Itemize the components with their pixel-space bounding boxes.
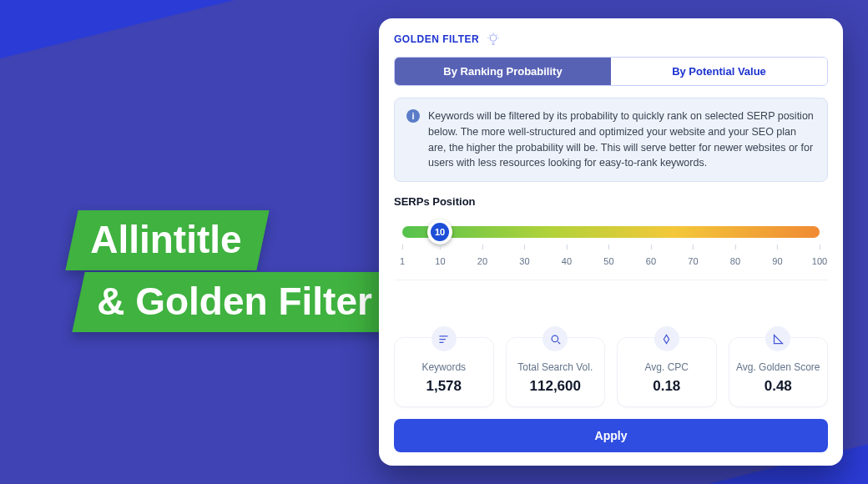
- tick-label: 80: [730, 256, 740, 266]
- info-icon: i: [406, 109, 420, 123]
- metric-avg-cpc: Avg. CPC 0.18: [617, 337, 717, 407]
- svg-point-0: [491, 35, 497, 42]
- tick-label: 70: [688, 256, 698, 266]
- filter-tabs: By Ranking Probability By Potential Valu…: [394, 57, 828, 86]
- svg-point-1: [552, 335, 558, 342]
- tick-label: 10: [435, 256, 445, 266]
- cpc-icon: [654, 326, 679, 351]
- overlay-title-line1-text: Allintitle: [90, 217, 241, 262]
- serps-slider[interactable]: 10 1 10 20 30 40 50 60 70 80 90 100: [394, 218, 828, 271]
- metric-search-volume: Total Search Vol. 112,600: [506, 337, 606, 407]
- overlay-title-line1: Allintitle: [65, 210, 270, 270]
- info-box: i Keywords will be filtered by its proba…: [394, 98, 828, 182]
- lightbulb-icon: [486, 32, 501, 47]
- tick-label: 100: [812, 256, 827, 266]
- metric-value: 112,600: [513, 378, 598, 395]
- tab-potential-value[interactable]: By Potential Value: [611, 58, 827, 85]
- metric-value: 1,578: [401, 378, 487, 395]
- slider-knob[interactable]: 10: [427, 219, 452, 245]
- panel-title-row: GOLDEN FILTER: [394, 32, 828, 47]
- tick-label: 50: [603, 256, 613, 266]
- golden-filter-panel: GOLDEN FILTER By Ranking Probability By …: [379, 18, 843, 466]
- metric-label: Keywords: [401, 361, 487, 373]
- tab-ranking-probability[interactable]: By Ranking Probability: [395, 58, 611, 85]
- slider-value: 10: [435, 227, 445, 237]
- metric-value: 0.48: [736, 378, 821, 395]
- tick-label: 1: [400, 256, 405, 266]
- tick-label: 60: [646, 256, 656, 266]
- metrics-row: Keywords 1,578 Total Search Vol. 112,600…: [394, 337, 828, 407]
- apply-button[interactable]: Apply: [394, 419, 828, 452]
- golden-score-icon: [765, 326, 790, 351]
- serps-position-label: SERPs Position: [394, 195, 828, 208]
- metric-label: Avg. Golden Score: [736, 361, 821, 373]
- metric-label: Avg. CPC: [624, 361, 709, 373]
- stage: Allintitle & Golden Filter (Part 2) GOLD…: [0, 0, 868, 484]
- tick-label: 30: [519, 256, 529, 266]
- divider: [394, 280, 828, 280]
- tick-label: 40: [562, 256, 572, 266]
- tick-label: 90: [772, 256, 782, 266]
- info-text: Keywords will be filtered by its probabi…: [428, 108, 815, 171]
- search-volume-icon: [542, 326, 568, 351]
- slider-ticks: 1 10 20 30 40 50 60 70 80 90 100: [402, 245, 820, 271]
- metric-value: 0.18: [624, 378, 709, 395]
- tick-label: 20: [477, 256, 487, 266]
- slider-rail[interactable]: 10: [402, 226, 820, 238]
- metric-keywords: Keywords 1,578: [394, 337, 494, 407]
- metric-golden-score: Avg. Golden Score 0.48: [729, 337, 829, 407]
- keywords-icon: [431, 326, 457, 351]
- metric-label: Total Search Vol.: [513, 361, 598, 373]
- panel-title: GOLDEN FILTER: [394, 33, 479, 45]
